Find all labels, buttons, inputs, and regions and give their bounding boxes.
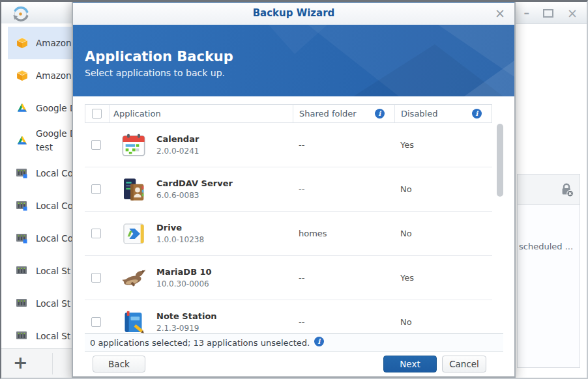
sidebar-item-label: Local Co — [36, 167, 72, 180]
column-label: Disabled — [401, 109, 437, 119]
banner-title: Application Backup — [85, 49, 233, 64]
sidebar-item-amazon-2[interactable]: Amazon — [8, 59, 72, 92]
task-sidebar: Amazon Amazon Google D Google D test Loc… — [1, 23, 72, 348]
app-version: 6.0.6-0083 — [156, 190, 233, 201]
info-icon[interactable] — [314, 337, 324, 348]
row-checkbox[interactable] — [91, 229, 101, 238]
table-row-carddav-server[interactable]: CardDAV Server 6.0.6-0083 -- No — [85, 167, 492, 212]
calendar-app-icon — [121, 132, 147, 158]
app-name: Drive — [156, 222, 204, 233]
column-header-shared-folder[interactable]: Shared folder — [293, 105, 394, 122]
info-icon[interactable] — [375, 109, 385, 120]
sidebar-item-label: Amazon — [36, 69, 72, 83]
sidebar-item-label: Google D test — [36, 127, 72, 154]
row-checkbox[interactable] — [91, 317, 101, 327]
column-header-disabled[interactable]: Disabled — [394, 105, 492, 122]
row-checkbox[interactable] — [91, 184, 101, 194]
note-station-app-icon — [121, 309, 147, 334]
shared-folder-value: -- — [292, 123, 394, 167]
sidebar-item-local-copy-2[interactable]: Local Co — [8, 190, 72, 222]
info-icon[interactable] — [472, 109, 482, 120]
application-list: Calendar 2.0.0-0241 -- Yes CardDAV Serve… — [85, 123, 492, 333]
shared-folder-value: -- — [292, 300, 394, 333]
shared-folder-value: -- — [292, 167, 394, 211]
sidebar-item-label: Local St — [36, 297, 70, 311]
sidebar-item-local-storage-2[interactable]: Local St — [8, 287, 72, 320]
sidebar-item-label: Google D — [36, 102, 72, 115]
select-all-cell — [85, 105, 109, 122]
dialog-title: Backup Wizard — [73, 3, 514, 24]
backup-wizard-dialog: Backup Wizard × Application Backup Selec… — [72, 0, 516, 378]
window-controls: – × — [524, 8, 578, 18]
back-button[interactable]: Back — [93, 356, 145, 372]
sidebar-item-google-drive[interactable]: Google D — [8, 92, 72, 124]
sidebar-item-label: Local St — [36, 330, 70, 343]
sidebar-item-google-drive-test[interactable]: Google D test — [8, 124, 72, 157]
sidebar-item-label: Local St — [36, 264, 70, 278]
shared-folder-value: homes — [292, 212, 394, 255]
disabled-value: No — [394, 300, 492, 333]
app-version: 2.0.0-0241 — [156, 146, 199, 157]
sidebar-item-local-copy-3[interactable]: Local Co — [8, 222, 72, 255]
local-storage-server-icon — [16, 297, 29, 310]
shared-folder-value: -- — [292, 256, 394, 300]
disabled-value: Yes — [394, 123, 492, 167]
sidebar-item-amazon-1[interactable]: Amazon — [8, 27, 72, 59]
lock-disabled-icon — [558, 181, 575, 198]
list-scrollbar-thumb[interactable] — [497, 124, 503, 197]
table-row-calendar[interactable]: Calendar 2.0.0-0241 -- Yes — [85, 123, 492, 167]
app-name: CardDAV Server — [156, 178, 233, 189]
background-task-panel: scheduled ... — [517, 174, 580, 368]
hyper-backup-logo-icon — [12, 5, 29, 23]
app-name: Calendar — [156, 133, 199, 145]
local-storage-server-icon — [16, 264, 29, 277]
mariadb-app-icon — [121, 265, 147, 291]
window-close-icon[interactable]: × — [567, 8, 578, 18]
selection-status-bar: 0 applications selected; 13 applications… — [85, 333, 503, 352]
background-panel-partial-text: scheduled ... — [519, 242, 573, 251]
sidebar-item-local-copy-1[interactable]: Local Co — [8, 157, 72, 190]
disabled-value: No — [394, 167, 492, 211]
background-panel-header — [518, 175, 580, 205]
column-label: Shared folder — [299, 109, 357, 119]
sidebar-item-label: Local Co — [36, 232, 72, 246]
table-row-drive[interactable]: Drive 1.0.0-10238 homes No — [85, 212, 492, 256]
next-button[interactable]: Next — [383, 356, 437, 372]
dialog-titlebar: Backup Wizard × — [73, 3, 514, 25]
table-row-mariadb-10[interactable]: MariaDB 10 10.0.30-0006 -- Yes — [85, 256, 492, 300]
app-version: 2.1.3-0919 — [156, 323, 217, 334]
wizard-banner: Application Backup Select applications t… — [73, 25, 514, 96]
cancel-button[interactable]: Cancel — [442, 356, 486, 372]
window-minimize-icon[interactable]: – — [524, 8, 530, 18]
app-version: 1.0.0-10238 — [156, 234, 204, 246]
column-header-application[interactable]: Application — [109, 105, 293, 122]
local-storage-server-icon — [16, 330, 29, 343]
drive-app-icon — [121, 221, 147, 247]
sidebar-item-local-storage-3[interactable]: Local St — [8, 320, 72, 348]
sidebar-item-label: Local Co — [36, 199, 72, 213]
column-label: Application — [113, 109, 161, 119]
table-header: Application Shared folder Disabled — [85, 104, 492, 123]
dialog-close-icon[interactable]: × — [495, 6, 505, 20]
local-copy-server-icon — [16, 232, 29, 245]
window-maximize-icon[interactable] — [543, 9, 553, 18]
local-copy-server-icon — [16, 167, 29, 180]
sidebar-item-label: Amazon — [36, 36, 72, 50]
app-name: MariaDB 10 — [156, 266, 212, 277]
app-version: 10.0.30-0006 — [156, 279, 212, 290]
select-all-checkbox[interactable] — [92, 109, 102, 119]
table-row-note-station[interactable]: Note Station 2.1.3-0919 -- No — [85, 300, 492, 333]
divider — [52, 353, 53, 374]
row-checkbox[interactable] — [91, 140, 101, 150]
sidebar-bottom-bar: + — [1, 348, 72, 378]
disabled-value: No — [394, 212, 492, 255]
add-task-button[interactable]: + — [13, 352, 28, 372]
google-drive-icon — [16, 102, 29, 115]
sidebar-item-local-storage-1[interactable]: Local St — [8, 255, 72, 287]
row-checkbox[interactable] — [91, 273, 101, 283]
banner-subtitle: Select applications to back up. — [85, 68, 225, 78]
app-name: Note Station — [156, 311, 217, 322]
amazon-cube-icon — [16, 36, 29, 49]
google-drive-icon — [16, 134, 29, 147]
selection-status-text: 0 applications selected; 13 applications… — [90, 338, 310, 348]
